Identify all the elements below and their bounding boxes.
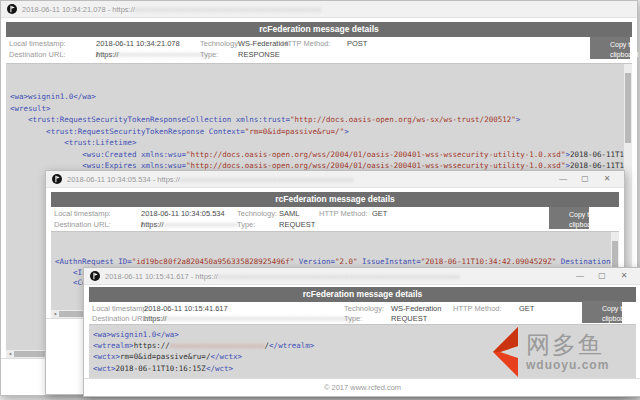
- type-label: Type:: [200, 50, 218, 59]
- type-value: REQUEST: [279, 220, 315, 229]
- maximize-button[interactable]: ▢: [591, 268, 613, 284]
- message-meta: Local timestamp: 2018-06-11 10:15:41.617…: [89, 302, 636, 322]
- window-title: 2018-06-11 10:34:21.078 - https://: [22, 5, 135, 14]
- destination-url-label: Destination URL:: [9, 50, 66, 59]
- close-button[interactable]: ✕: [596, 171, 618, 187]
- window-title-redacted-url: xxxxxxxxxxxxxxxxxxxxxxxxxxxxxxxxxxxxxxxx…: [180, 175, 354, 184]
- xml-line: <trust:Lifetime>: [10, 137, 632, 149]
- rcfed-logo-icon: [90, 271, 100, 281]
- dialog-header: rcFederation message details: [51, 192, 619, 207]
- xml-line: <AuthnRequest ID="id19bc80f2a820450a9563…: [55, 257, 619, 268]
- local-timestamp-label: Local timestamp:: [9, 39, 66, 48]
- window-controls: — ▢ ✕: [569, 268, 635, 284]
- scrollbar-thumb[interactable]: [625, 73, 631, 143]
- type-label: Type:: [344, 314, 362, 323]
- local-timestamp-value: 2018-06-11 10:15:41.617: [144, 304, 228, 313]
- http-method-label: HTTP Method:: [319, 209, 368, 218]
- fish-logo-icon: [492, 326, 519, 378]
- technology-value: WS-Federation: [391, 304, 441, 313]
- dialog-header: rcFederation message details: [6, 22, 632, 37]
- type-value: RESPONSE: [238, 50, 280, 59]
- window-titlebar[interactable]: 2018-06-11 10:34:05.534 - https:// xxxxx…: [46, 171, 624, 188]
- rcfed-logo-icon: [7, 4, 17, 14]
- xml-line: <wsu:Created xmlns:wsu="http://docs.oasi…: [10, 149, 632, 161]
- technology-label: Technology:: [200, 39, 240, 48]
- local-timestamp-label: Local timestamp:: [92, 304, 149, 313]
- message-meta: Local timestamp: 2018-06-11 10:34:21.078…: [6, 37, 632, 61]
- copy-to-clipboard-button[interactable]: Copy toclipboard: [549, 207, 589, 229]
- xml-line: <wa>wsignin1.0</wa>: [10, 91, 632, 103]
- minimize-button[interactable]: —: [552, 171, 574, 187]
- type-label: Type:: [237, 220, 255, 229]
- type-value: REQUEST: [391, 314, 427, 323]
- message-meta: Local timestamp: 2018-06-11 10:34:05.534…: [51, 207, 619, 229]
- destination-url-label: Destination URL:: [92, 314, 149, 323]
- http-method-value: POST: [347, 39, 367, 48]
- technology-label: Technology:: [344, 304, 384, 313]
- redacted-destination-url: xxxxxxxxxxxxxxxxxxxxxxxxxxxxxxxxxxxxxxxx…: [144, 314, 354, 323]
- http-method-value: GET: [372, 209, 387, 218]
- xml-line: <trust:RequestSecurityTokenResponseColle…: [10, 114, 632, 126]
- wduoyu-watermark: 网多鱼 wduoyu.com: [492, 326, 609, 378]
- desktop: 2018-06-11 10:34:21.078 - https:// xxxxx…: [0, 0, 640, 400]
- window-footer: © 2017 www.rcfed.com: [84, 378, 640, 396]
- local-timestamp-value: 2018-06-11 10:34:21.078: [96, 39, 180, 48]
- window-title-redacted-url: xxxxxxxxxxxxxxxxxxxxxxxxxxxxxxxxxxxxxxxx…: [135, 5, 322, 14]
- copy-to-clipboard-button[interactable]: Copy toclipboard: [582, 301, 622, 323]
- window-title: 2018-06-11 10:15:41.617 - https://: [105, 272, 218, 281]
- scroll-left-icon[interactable]: ◀: [6, 348, 14, 358]
- xml-line: <wresult>: [10, 103, 632, 115]
- redacted-destination-url: xxxxxxxxxxxxxxxxxxxxxxxxxx: [141, 220, 239, 229]
- copy-to-clipboard-button[interactable]: Copy toclipboard: [590, 37, 630, 59]
- xml-line: <trust:RequestSecurityTokenResponse Cont…: [10, 126, 632, 138]
- close-button[interactable]: ✕: [613, 268, 635, 284]
- window-controls: — ▢ ✕: [552, 171, 618, 187]
- dialog-header: rcFederation message details: [89, 287, 636, 302]
- scroll-left-icon[interactable]: ◀: [51, 309, 59, 318]
- redacted-destination-url: xxxxxxxxxxxxxxxxxxxxxxxxxxxxxx: [96, 50, 209, 59]
- maximize-button[interactable]: ▢: [574, 171, 596, 187]
- rcfed-logo-icon: [52, 174, 62, 184]
- http-method-label: HTTP Method:: [282, 39, 331, 48]
- window-title-redacted-url: xxxxxxxxxxxxxxxxxxxxxxxxxxxxxxxxxxxxxxxx…: [218, 272, 460, 281]
- watermark-title: 网多鱼: [526, 332, 609, 358]
- window-titlebar[interactable]: 2018-06-11 10:34:21.078 - https:// xxxxx…: [1, 1, 637, 18]
- watermark-subtitle: wduoyu.com: [526, 358, 609, 372]
- window-title: 2018-06-11 10:34:05.534 - https://: [67, 175, 180, 184]
- local-timestamp-value: 2018-06-11 10:34:05.534: [141, 209, 225, 218]
- http-method-value: GET: [519, 304, 534, 313]
- technology-value: WS-Federation: [238, 39, 288, 48]
- minimize-button[interactable]: —: [569, 268, 591, 284]
- technology-value: SAML: [279, 209, 299, 218]
- technology-label: Technology:: [237, 209, 277, 218]
- destination-url-label: Destination URL:: [54, 220, 111, 229]
- window-titlebar[interactable]: 2018-06-11 10:15:41.617 - https:// xxxxx…: [84, 268, 640, 285]
- local-timestamp-label: Local timestamp:: [54, 209, 111, 218]
- http-method-label: HTTP Method:: [453, 304, 502, 313]
